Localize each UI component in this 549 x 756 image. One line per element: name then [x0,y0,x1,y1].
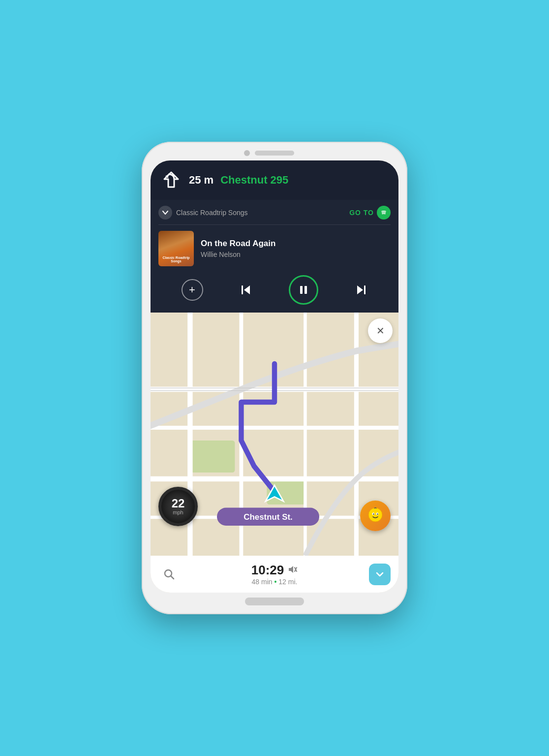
add-to-playlist-button[interactable]: + [182,279,203,301]
music-controls: + [158,275,391,305]
track-name: On the Road Again [201,239,391,249]
svg-text:Chestnut St.: Chestnut St. [244,512,292,522]
eta-area: 10:29 48 min • 12 mi. [251,563,298,586]
svg-rect-3 [305,286,307,294]
eta-details: 48 min • 12 mi. [251,578,298,586]
svg-line-27 [171,576,174,579]
previous-track-button[interactable] [239,283,253,297]
music-track-row: Classic Roadtrip Songs On the Road Again… [158,231,391,266]
goto-label: GO TO [349,209,374,217]
phone-home-button[interactable] [245,598,304,605]
svg-rect-1 [242,285,243,294]
close-button[interactable]: ✕ [368,318,393,343]
skip-next-icon [354,283,368,297]
nav-distance: 25 m [189,174,214,187]
waze-report-button[interactable] [360,501,391,531]
close-icon: ✕ [376,325,385,337]
chevron-down-icon [162,211,168,215]
nav-street: Chestnut 295 [220,174,288,187]
turn-arrow-icon [160,169,182,191]
skip-prev-icon [239,283,253,297]
svg-rect-6 [190,441,235,472]
svg-rect-2 [300,286,303,294]
pause-icon [298,284,309,295]
svg-point-24 [373,513,374,514]
waze-mascot-icon [366,506,385,526]
speed-value: 22 [172,498,185,509]
eta-duration: 48 min [252,578,273,586]
speed-unit: mph [173,509,183,515]
svg-rect-4 [364,285,366,294]
playlist-name: Classic Roadtrip Songs [176,209,248,217]
track-info: On the Road Again Willie Nelson [201,239,391,258]
eta-distance: 12 mi. [278,578,297,586]
album-title: Classic Roadtrip Songs [161,256,191,263]
search-icon [163,568,175,580]
eta-separator: • [274,578,277,586]
expand-button[interactable] [369,564,391,585]
svg-point-25 [377,513,378,514]
spotify-icon [377,206,391,220]
album-art: Classic Roadtrip Songs [158,231,194,266]
phone-speaker [255,151,294,156]
nav-header: 25 m Chestnut 295 [151,160,398,200]
playlist-expand-button[interactable] [158,206,172,220]
mute-icon [288,566,298,575]
svg-point-21 [368,508,382,522]
goto-spotify-button[interactable]: GO TO [349,206,391,220]
phone-frame: 25 m Chestnut 295 Classic Roadtrip Songs… [142,142,407,614]
eta-time: 10:29 [251,563,284,578]
map-area[interactable]: Chestnut St. ✕ 22 mph [151,313,398,556]
next-track-button[interactable] [354,283,368,297]
chevron-down-icon [375,570,384,579]
speed-indicator: 22 mph [158,487,198,526]
music-source-row: Classic Roadtrip Songs GO TO [158,206,391,225]
music-panel: Classic Roadtrip Songs GO TO [151,200,398,313]
track-artist: Willie Nelson [201,251,391,258]
phone-screen: 25 m Chestnut 295 Classic Roadtrip Songs… [151,160,398,593]
bottom-bar: 10:29 48 min • 12 mi. [151,556,398,593]
pause-button[interactable] [289,275,318,305]
search-button[interactable] [158,564,180,585]
